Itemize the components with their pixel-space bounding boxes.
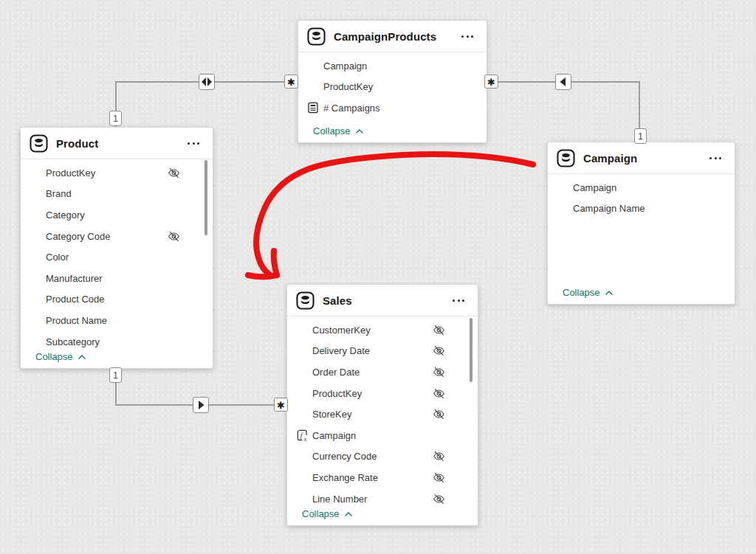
field-label: Manufacturer xyxy=(46,273,103,284)
field-label: ProductKey xyxy=(46,167,95,179)
field-row-color[interactable]: Color xyxy=(21,246,213,268)
field-list: CampaignProductKey# Campaigns xyxy=(298,52,487,122)
field-row-product-name[interactable]: Product Name xyxy=(21,310,213,331)
field-row-campaign[interactable]: Campaign xyxy=(298,55,487,77)
field-row-subcategory[interactable]: Subcategory xyxy=(21,331,213,347)
field-label: # Campaigns xyxy=(323,103,380,114)
cardinality-label: 1 xyxy=(113,114,118,124)
model-canvas[interactable]: CampaignProducts CampaignProductKey# Cam… xyxy=(0,0,756,554)
table-title: CampaignProducts xyxy=(334,30,460,43)
hidden-eye-icon[interactable] xyxy=(167,166,181,180)
table-card-sales[interactable]: Sales CustomerKeyDelivery DateOrder Date… xyxy=(286,284,478,526)
field-label: Campaign xyxy=(323,60,367,72)
svg-text:x: x xyxy=(304,437,307,442)
field-label: Exchange Rate xyxy=(312,472,378,483)
filter-direction-both-icon[interactable] xyxy=(199,74,215,90)
field-row-exchange-rate[interactable]: Exchange Rate xyxy=(287,467,478,488)
table-database-icon xyxy=(296,291,315,310)
field-list: CampaignCampaign Name xyxy=(548,174,735,283)
cardinality-one-marker[interactable]: 1 xyxy=(109,367,122,383)
table-card-product[interactable]: Product ProductKeyBrandCategoryCategory … xyxy=(20,127,213,369)
cardinality-label: ✱ xyxy=(487,77,495,88)
field-row-campaign[interactable]: fxCampaign xyxy=(287,425,478,446)
more-options-icon[interactable] xyxy=(708,154,723,162)
filter-direction-right-icon[interactable] xyxy=(193,397,209,413)
hidden-eye-icon[interactable] xyxy=(432,407,446,421)
field-label: Campaign Name xyxy=(573,203,645,214)
field-row-brand[interactable]: Brand xyxy=(21,184,213,205)
field-row-productkey[interactable]: ProductKey xyxy=(298,77,487,98)
table-header[interactable]: Campaign xyxy=(548,142,735,174)
field-row-order-date[interactable]: Order Date xyxy=(287,361,478,383)
table-title: Product xyxy=(56,137,186,150)
table-title: Sales xyxy=(323,294,451,307)
collapse-label: Collapse xyxy=(302,508,340,519)
collapse-button[interactable]: Collapse xyxy=(548,283,735,301)
field-label: StoreKey xyxy=(312,409,351,420)
cardinality-label: 1 xyxy=(638,131,643,142)
cardinality-label: ✱ xyxy=(287,77,295,88)
hidden-eye-icon[interactable] xyxy=(167,229,181,243)
field-label: Currency Code xyxy=(312,451,377,462)
hidden-eye-icon[interactable] xyxy=(432,449,446,463)
field-label: Category Code xyxy=(46,231,110,242)
table-card-campaignproducts[interactable]: CampaignProducts CampaignProductKey# Cam… xyxy=(298,20,487,143)
more-options-icon[interactable] xyxy=(451,297,466,305)
hidden-eye-icon[interactable] xyxy=(432,323,446,337)
table-database-icon xyxy=(307,27,326,46)
field-label: Brand xyxy=(46,188,72,199)
field-label: Category xyxy=(46,210,85,221)
field-row-campaign[interactable]: Campaign xyxy=(548,177,735,198)
table-card-campaign[interactable]: Campaign CampaignCampaign Name Collapse xyxy=(547,142,735,305)
cardinality-one-marker[interactable]: 1 xyxy=(634,128,647,144)
chevron-up-icon xyxy=(78,354,86,360)
table-database-icon xyxy=(557,149,575,167)
table-header[interactable]: CampaignProducts xyxy=(298,21,487,52)
more-options-icon[interactable] xyxy=(460,32,475,41)
field-label: ProductKey xyxy=(323,81,373,92)
field-label: Product Name xyxy=(46,315,107,326)
svg-text:f: f xyxy=(300,432,303,440)
field-label: Product Code xyxy=(46,294,105,305)
hidden-eye-icon[interactable] xyxy=(432,344,446,358)
hidden-eye-icon[interactable] xyxy=(432,387,446,401)
field-row-customerkey[interactable]: CustomerKey xyxy=(287,319,478,341)
filter-direction-left-icon[interactable] xyxy=(555,74,571,90)
field-row-storekey[interactable]: StoreKey xyxy=(287,404,478,425)
collapse-button[interactable]: Collapse xyxy=(21,347,213,365)
field-label: ProductKey xyxy=(312,388,362,399)
cardinality-many-marker[interactable]: ✱ xyxy=(484,75,498,89)
field-row-delivery-date[interactable]: Delivery Date xyxy=(287,341,478,362)
field-row-product-code[interactable]: Product Code xyxy=(21,289,213,311)
collapse-label: Collapse xyxy=(563,287,600,298)
field-label: CustomerKey xyxy=(312,325,371,336)
more-options-icon[interactable] xyxy=(186,139,201,148)
field-row-category-code[interactable]: Category Code xyxy=(21,226,213,247)
hidden-eye-icon[interactable] xyxy=(432,471,446,485)
table-scrollbar[interactable] xyxy=(205,160,207,235)
chevron-up-icon xyxy=(605,290,614,296)
cardinality-one-marker[interactable]: 1 xyxy=(109,111,122,126)
table-header[interactable]: Sales xyxy=(287,285,478,316)
field-row-line-number[interactable]: Line Number xyxy=(287,488,478,505)
cardinality-label: 1 xyxy=(113,370,118,381)
field-label: Line Number xyxy=(312,494,367,505)
field-row-productkey[interactable]: ProductKey xyxy=(287,383,478,404)
field-label: Order Date xyxy=(312,367,360,378)
table-header[interactable]: Product xyxy=(21,128,213,159)
hidden-eye-icon[interactable] xyxy=(432,365,446,379)
field-row-productkey[interactable]: ProductKey xyxy=(21,162,213,184)
field-row-currency-code[interactable]: Currency Code xyxy=(287,446,478,468)
hidden-eye-icon[interactable] xyxy=(432,492,446,505)
field-row-campaign-name[interactable]: Campaign Name xyxy=(548,198,735,220)
cardinality-many-marker[interactable]: ✱ xyxy=(274,398,288,412)
collapse-button[interactable]: Collapse xyxy=(298,122,487,139)
cardinality-many-marker[interactable]: ✱ xyxy=(284,75,298,89)
field-row-manufacturer[interactable]: Manufacturer xyxy=(21,268,213,289)
field-row-category[interactable]: Category xyxy=(21,204,213,226)
collapse-button[interactable]: Collapse xyxy=(287,505,478,522)
field-row--campaigns[interactable]: # Campaigns xyxy=(298,97,487,119)
collapse-label: Collapse xyxy=(35,351,73,362)
field-list: CustomerKeyDelivery DateOrder DateProduc… xyxy=(287,316,478,505)
table-scrollbar[interactable] xyxy=(470,318,472,382)
